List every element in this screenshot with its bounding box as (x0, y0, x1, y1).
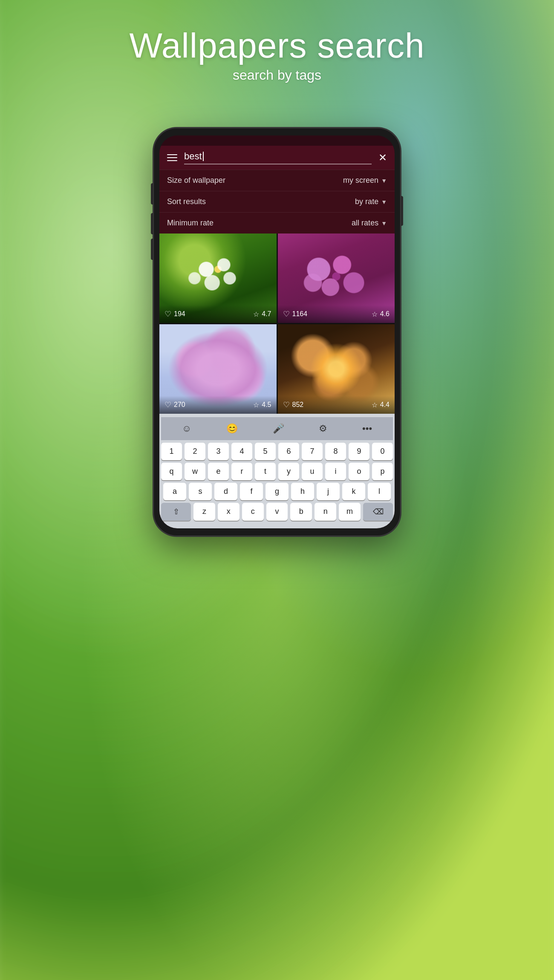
item-overlay-4: ♡ 852 ☆ 4.4 (278, 396, 395, 414)
grid-item-4[interactable]: ♡ 852 ☆ 4.4 (278, 324, 395, 414)
star-icon-1: ☆ (253, 310, 259, 318)
key-a[interactable]: a (163, 483, 186, 500)
key-1[interactable]: 1 (161, 443, 182, 460)
key-9[interactable]: 9 (349, 443, 369, 460)
more-icon[interactable]: ••• (359, 421, 375, 436)
key-e[interactable]: e (208, 463, 229, 480)
item-left-1: ♡ 194 (164, 309, 185, 319)
phone-frame: best ✕ Size of wallpaper my screen ▼ Sor… (153, 128, 401, 536)
star-icon-4: ☆ (372, 401, 378, 409)
search-input[interactable]: best (184, 151, 372, 164)
key-s[interactable]: s (189, 483, 212, 500)
emoji-icon[interactable]: ☺ (179, 421, 195, 436)
mic-icon[interactable]: 🎤 (269, 421, 288, 436)
search-bar: best ✕ (159, 146, 395, 170)
rating-3: 4.5 (262, 401, 271, 409)
item-right-3: ☆ 4.5 (253, 401, 271, 409)
key-8[interactable]: 8 (325, 443, 346, 460)
grid-item-2[interactable]: ♡ 1164 ☆ 4.6 (278, 233, 395, 323)
sort-dropdown-arrow: ▼ (381, 199, 387, 205)
filter-size-row[interactable]: Size of wallpaper my screen ▼ (159, 170, 395, 191)
text-cursor (203, 152, 204, 161)
filter-sort-row[interactable]: Sort results by rate ▼ (159, 191, 395, 212)
key-4[interactable]: 4 (231, 443, 252, 460)
keyboard-row-qwerty: q w e r t y u i o p (161, 463, 393, 480)
item-left-4: ♡ 852 (283, 400, 304, 409)
key-g[interactable]: g (265, 483, 289, 500)
main-title: Wallpapers search (0, 26, 554, 66)
key-p[interactable]: p (372, 463, 393, 480)
grid-item-3[interactable]: ♡ 270 ☆ 4.5 (159, 324, 277, 414)
key-6[interactable]: 6 (278, 443, 299, 460)
like-count-4: 852 (292, 401, 304, 409)
size-dropdown-arrow: ▼ (381, 177, 387, 184)
key-z[interactable]: z (193, 503, 215, 521)
item-overlay-1: ♡ 194 ☆ 4.7 (159, 305, 277, 323)
key-u[interactable]: u (302, 463, 323, 480)
key-b[interactable]: b (290, 503, 312, 521)
key-x[interactable]: x (218, 503, 239, 521)
backspace-key[interactable]: ⌫ (363, 503, 393, 521)
rating-2: 4.6 (380, 310, 390, 318)
key-v[interactable]: v (266, 503, 288, 521)
key-f[interactable]: f (240, 483, 263, 500)
sticker-icon[interactable]: 😊 (223, 421, 241, 436)
phone-wrapper: best ✕ Size of wallpaper my screen ▼ Sor… (153, 128, 401, 536)
key-w[interactable]: w (185, 463, 205, 480)
key-k[interactable]: k (342, 483, 365, 500)
key-r[interactable]: r (231, 463, 252, 480)
key-o[interactable]: o (349, 463, 369, 480)
filter-sort-label: Sort results (167, 197, 206, 206)
sub-title: search by tags (0, 67, 554, 83)
item-right-2: ☆ 4.6 (372, 310, 390, 318)
keyboard-row-asdf: a s d f g h j k l (161, 483, 393, 500)
menu-line-3 (167, 160, 177, 161)
key-q[interactable]: q (161, 463, 182, 480)
rating-4: 4.4 (380, 401, 390, 409)
item-left-3: ♡ 270 (164, 400, 185, 409)
item-right-1: ☆ 4.7 (253, 310, 271, 318)
key-l[interactable]: l (368, 483, 391, 500)
filter-rate-row[interactable]: Minimum rate all rates ▼ (159, 212, 395, 233)
key-7[interactable]: 7 (302, 443, 323, 460)
image-grid: ♡ 194 ☆ 4.7 ♡ 1164 (159, 233, 395, 414)
key-c[interactable]: c (242, 503, 264, 521)
key-m[interactable]: m (339, 503, 361, 521)
heart-icon-4: ♡ (283, 400, 290, 409)
key-t[interactable]: t (255, 463, 276, 480)
keyboard-toolbar: ☺ 😊 🎤 ⚙ ••• (161, 417, 393, 440)
filter-size-value[interactable]: my screen ▼ (343, 176, 387, 185)
shift-key[interactable]: ⇧ (161, 503, 191, 521)
menu-line-1 (167, 154, 177, 155)
like-count-3: 270 (174, 401, 185, 409)
star-icon-2: ☆ (372, 310, 378, 318)
key-n[interactable]: n (315, 503, 336, 521)
title-area: Wallpapers search search by tags (0, 26, 554, 83)
key-0[interactable]: 0 (372, 443, 393, 460)
key-3[interactable]: 3 (208, 443, 229, 460)
hamburger-icon[interactable] (167, 154, 177, 161)
close-icon[interactable]: ✕ (378, 152, 387, 164)
phone-screen: best ✕ Size of wallpaper my screen ▼ Sor… (159, 135, 395, 528)
key-i[interactable]: i (325, 463, 346, 480)
key-j[interactable]: j (317, 483, 340, 500)
item-right-4: ☆ 4.4 (372, 401, 390, 409)
search-query: best (184, 151, 372, 162)
key-2[interactable]: 2 (185, 443, 205, 460)
key-5[interactable]: 5 (255, 443, 276, 460)
filter-sort-value[interactable]: by rate ▼ (355, 197, 387, 206)
heart-icon-2: ♡ (283, 309, 290, 319)
filter-rate-label: Minimum rate (167, 219, 214, 228)
rate-dropdown-arrow: ▼ (381, 220, 387, 227)
filter-rate-value[interactable]: all rates ▼ (352, 219, 387, 228)
heart-icon-1: ♡ (164, 309, 171, 319)
settings-icon[interactable]: ⚙ (315, 421, 331, 436)
grid-item-1[interactable]: ♡ 194 ☆ 4.7 (159, 233, 277, 323)
key-h[interactable]: h (291, 483, 314, 500)
keyboard-row-zxcv: ⇧ z x c v b n m ⌫ (161, 503, 393, 521)
item-overlay-2: ♡ 1164 ☆ 4.6 (278, 305, 395, 323)
key-y[interactable]: y (278, 463, 299, 480)
keyboard-row-numbers: 1 2 3 4 5 6 7 8 9 0 (161, 443, 393, 460)
key-d[interactable]: d (214, 483, 237, 500)
item-left-2: ♡ 1164 (283, 309, 308, 319)
